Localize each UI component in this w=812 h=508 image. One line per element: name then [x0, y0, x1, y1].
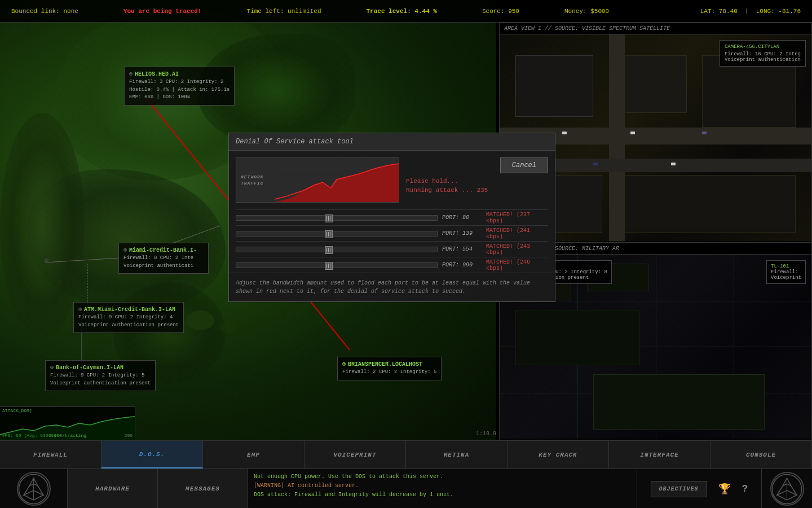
messages-button[interactable]: MESSAGES [158, 469, 248, 508]
dos-instruction: Adjust the bandwidth amount used to floo… [229, 273, 555, 301]
dos-status-running: Running attack ... 235 [406, 187, 548, 194]
node-atm-miami[interactable]: ⊕ ATM.Miami-Credit-Bank.I-LAN Firewall: … [73, 302, 184, 333]
tool-firewall[interactable]: FIREWALL [0, 441, 102, 468]
objectives-area: OBJECTIVES 🏆 ? [637, 469, 761, 508]
dos-status-hold: Please hold... [406, 178, 548, 185]
port-row-554: PORT: 554 MATCHED! (243 kbps) [236, 241, 548, 257]
port-thumb-990[interactable] [325, 262, 333, 270]
port-thumb-80[interactable] [325, 214, 333, 222]
port-thumb-139[interactable] [325, 230, 333, 238]
time-left: Time left: unlimited [246, 8, 321, 15]
logo-left [0, 469, 68, 508]
port-row-990: PORT: 990 MATCHED! (246 kbps) [236, 257, 548, 273]
console-log: Not enough CPU power. Use the DOS to att… [248, 469, 637, 508]
port-slider-554[interactable] [236, 247, 438, 252]
port-row-139: PORT: 139 MATCHED! (241 kbps) [236, 225, 548, 241]
time-display: 1:19.9 [476, 431, 496, 437]
cancel-button[interactable]: Cancel [500, 157, 548, 173]
bottom-info: HARDWARE MESSAGES Not enough CPU power. … [0, 469, 812, 508]
tool-key-crack[interactable]: KEY CRACK [508, 441, 609, 468]
port-match-139: MATCHED! (241 kbps) [486, 227, 548, 240]
dos-dialog-title: Denial Of Service attack tool [229, 133, 555, 151]
trace-warning: You are being traced! [123, 8, 202, 15]
port-label-139: PORT: 139 [442, 230, 482, 237]
tool-dos[interactable]: D.O.S. [102, 441, 203, 468]
toolbar: FIREWALL D.O.S. EMP VOICEPRINT RETINA KE… [0, 441, 812, 469]
area-view-2-node2: TL-101 Firewall: Voiceprint [766, 260, 806, 284]
port-match-554: MATCHED! (243 kbps) [486, 243, 548, 256]
port-thumb-554[interactable] [325, 246, 333, 254]
traffic-graph: NETWORK TRAFFIC [236, 157, 399, 203]
help-icon[interactable]: ? [742, 483, 748, 494]
port-label-80: PORT: 80 [442, 214, 482, 221]
port-label-554: PORT: 554 [442, 246, 482, 252]
bottom-bar: FIREWALL D.O.S. EMP VOICEPRINT RETINA KE… [0, 440, 812, 508]
coordinates: LAT: 78.40 | LONG: -81.76 [700, 8, 801, 15]
logo-svg-left [18, 474, 49, 505]
trace-level: Trace level: 4.44 % [367, 8, 437, 15]
trophy-icon[interactable]: 🏆 [718, 483, 731, 495]
port-label-990: PORT: 990 [442, 262, 482, 268]
port-row-80: PORT: 80 MATCHED! (237 kbps) [236, 209, 548, 225]
tool-emp[interactable]: EMP [203, 441, 304, 468]
bounced-link: Bounced link: none [11, 8, 78, 15]
port-slider-80[interactable] [236, 215, 438, 221]
objectives-button[interactable]: OBJECTIVES [651, 481, 707, 497]
tool-retina[interactable]: RETINA [406, 441, 508, 468]
console-line-3: DOS attack: Firewall and Integrity will … [254, 491, 631, 500]
tool-voiceprint[interactable]: VOICEPRINT [304, 441, 406, 468]
traffic-chart-svg [275, 157, 399, 202]
node-helios[interactable]: ⊕ HELIOS.HED.AI Firewall: 3 CPU: 2 Integ… [124, 67, 235, 106]
logo-circle-left [17, 472, 51, 506]
node-brianspencer[interactable]: ⊕ BRIANSPENCER.LOCALHOST Firewall: 2 CPU… [337, 357, 442, 380]
tool-console[interactable]: CONSOLE [710, 441, 812, 468]
port-match-990: MATCHED! (246 kbps) [486, 259, 548, 271]
score: Score: 950 [482, 8, 519, 15]
logo-right [761, 469, 812, 508]
console-line-1: Not enough CPU power. Use the DOS to att… [254, 472, 631, 481]
dos-dialog-right: Cancel Please hold... Running attack ...… [406, 157, 548, 203]
console-line-2: [WARNING] AI controlled server. [254, 481, 631, 491]
top-bar: Bounced link: none You are being traced!… [0, 0, 812, 23]
port-slider-139[interactable] [236, 231, 438, 237]
money: Money: $5000 [564, 8, 609, 15]
hardware-button[interactable]: HARDWARE [68, 469, 158, 508]
port-slider-990[interactable] [236, 262, 438, 268]
area-view-1-node-info: CAMERA-456.CITYLAN Firewall: 16 CPU: 2 I… [720, 40, 806, 67]
port-rows: PORT: 80 MATCHED! (237 kbps) PORT: 139 M… [229, 209, 555, 273]
mini-graph: ATTACK_DOS] FPS: 59 (Avg: 530.5) 200 0.0… [0, 406, 135, 440]
crosshair-miami: ⊕ [44, 256, 48, 265]
area-view-1-header: AREA VIEW 1 // SOURCE: VISIBLE SPECTRUM … [500, 23, 811, 34]
node-miami-credit[interactable]: ⊕ Miami-Credit-Bank.I- Firewall: 8 CPU: … [118, 243, 209, 274]
port-match-80: MATCHED! (237 kbps) [486, 212, 548, 224]
logo-circle-right [770, 472, 804, 506]
node-bank-cayman[interactable]: ⊕ Bank-of-Cayman.I-LAN Firewall: 9 CPU: … [45, 360, 156, 391]
tool-interface[interactable]: INTERFACE [609, 441, 710, 468]
dos-dialog: Denial Of Service attack tool NETWORK TR… [228, 133, 555, 302]
logo-svg-right [771, 474, 802, 505]
mini-graph-tracking: 0.000/tracking [48, 433, 86, 438]
mini-graph-label: ATTACK_DOS] [2, 408, 32, 413]
